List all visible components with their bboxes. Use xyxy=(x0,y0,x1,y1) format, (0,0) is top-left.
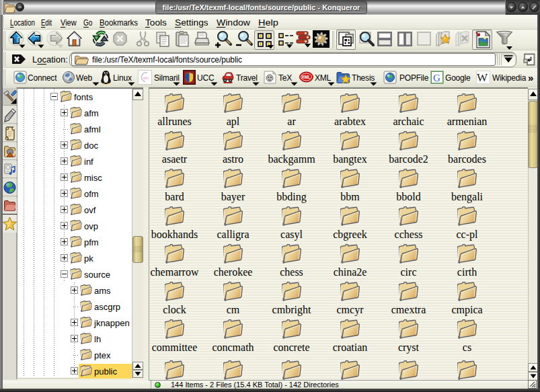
svg-text:silm: silm xyxy=(143,77,149,80)
svg-text:G: G xyxy=(433,73,440,83)
svg-text:XML: XML xyxy=(301,75,311,79)
svg-text:W: W xyxy=(477,71,488,84)
